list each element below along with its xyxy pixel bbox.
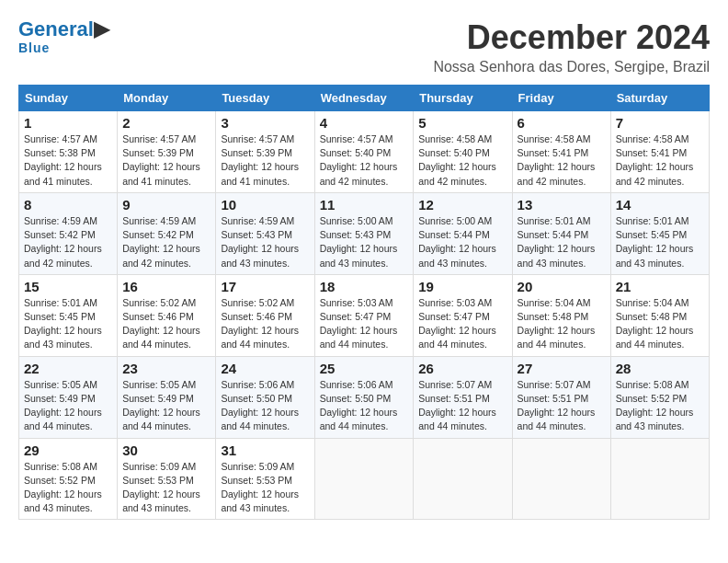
day-info: Sunrise: 4:57 AM Sunset: 5:39 PM Dayligh…	[122, 132, 210, 189]
logo-subtext: Blue	[18, 40, 50, 55]
calendar-cell: 3Sunrise: 4:57 AM Sunset: 5:39 PM Daylig…	[216, 111, 314, 193]
calendar-day-header: Monday	[118, 86, 216, 111]
day-number: 21	[616, 279, 704, 294]
calendar-cell	[610, 438, 709, 520]
calendar-cell: 17Sunrise: 5:02 AM Sunset: 5:46 PM Dayli…	[216, 274, 314, 356]
calendar-cell: 1Sunrise: 4:57 AM Sunset: 5:38 PM Daylig…	[19, 111, 118, 193]
calendar-day-header: Tuesday	[216, 86, 314, 111]
day-number: 18	[320, 279, 409, 294]
day-number: 13	[518, 197, 606, 213]
day-info: Sunrise: 4:57 AM Sunset: 5:40 PM Dayligh…	[320, 132, 409, 189]
calendar-week-row: 15Sunrise: 5:01 AM Sunset: 5:45 PM Dayli…	[19, 274, 710, 356]
calendar-cell: 31Sunrise: 5:09 AM Sunset: 5:53 PM Dayli…	[216, 438, 314, 520]
calendar-day-header: Saturday	[610, 86, 709, 111]
day-number: 9	[122, 197, 210, 213]
day-number: 31	[221, 442, 309, 458]
calendar-cell: 22Sunrise: 5:05 AM Sunset: 5:49 PM Dayli…	[19, 356, 118, 438]
day-number: 17	[221, 279, 309, 294]
calendar-table: SundayMondayTuesdayWednesdayThursdayFrid…	[18, 85, 710, 520]
day-info: Sunrise: 5:04 AM Sunset: 5:48 PM Dayligh…	[518, 296, 606, 352]
calendar-cell	[512, 438, 610, 520]
calendar-week-row: 29Sunrise: 5:08 AM Sunset: 5:52 PM Dayli…	[19, 438, 710, 520]
day-number: 20	[518, 279, 606, 294]
calendar-cell	[314, 438, 414, 520]
calendar-cell: 9Sunrise: 4:59 AM Sunset: 5:42 PM Daylig…	[118, 192, 216, 274]
day-number: 3	[221, 115, 309, 131]
calendar-cell: 28Sunrise: 5:08 AM Sunset: 5:52 PM Dayli…	[610, 356, 709, 438]
day-number: 29	[24, 442, 112, 458]
day-info: Sunrise: 5:01 AM Sunset: 5:44 PM Dayligh…	[518, 214, 606, 270]
calendar-cell: 16Sunrise: 5:02 AM Sunset: 5:46 PM Dayli…	[118, 274, 216, 356]
day-number: 6	[518, 115, 606, 131]
calendar-week-row: 1Sunrise: 4:57 AM Sunset: 5:38 PM Daylig…	[19, 111, 710, 193]
day-number: 23	[122, 361, 210, 376]
title-block: December 2024 Nossa Senhora das Dores, S…	[433, 18, 710, 75]
day-info: Sunrise: 5:01 AM Sunset: 5:45 PM Dayligh…	[616, 214, 704, 270]
day-number: 5	[418, 115, 506, 131]
calendar-header-row: SundayMondayTuesdayWednesdayThursdayFrid…	[19, 86, 710, 111]
day-info: Sunrise: 5:00 AM Sunset: 5:43 PM Dayligh…	[320, 214, 409, 270]
day-number: 16	[122, 279, 210, 294]
calendar-cell: 19Sunrise: 5:03 AM Sunset: 5:47 PM Dayli…	[414, 274, 512, 356]
calendar-cell: 13Sunrise: 5:01 AM Sunset: 5:44 PM Dayli…	[512, 192, 610, 274]
calendar-cell: 12Sunrise: 5:00 AM Sunset: 5:44 PM Dayli…	[414, 192, 512, 274]
day-info: Sunrise: 5:02 AM Sunset: 5:46 PM Dayligh…	[221, 296, 309, 352]
calendar-cell: 10Sunrise: 4:59 AM Sunset: 5:43 PM Dayli…	[216, 192, 314, 274]
day-number: 19	[418, 279, 506, 294]
day-number: 15	[24, 279, 112, 294]
calendar-cell: 26Sunrise: 5:07 AM Sunset: 5:51 PM Dayli…	[414, 356, 512, 438]
calendar-cell: 21Sunrise: 5:04 AM Sunset: 5:48 PM Dayli…	[610, 274, 709, 356]
calendar-cell: 7Sunrise: 4:58 AM Sunset: 5:41 PM Daylig…	[610, 111, 709, 193]
day-number: 12	[418, 197, 506, 213]
day-number: 4	[320, 115, 409, 131]
day-info: Sunrise: 5:02 AM Sunset: 5:46 PM Dayligh…	[122, 296, 210, 352]
calendar-cell: 2Sunrise: 4:57 AM Sunset: 5:39 PM Daylig…	[118, 111, 216, 193]
day-info: Sunrise: 5:07 AM Sunset: 5:51 PM Dayligh…	[518, 378, 606, 434]
calendar-cell: 18Sunrise: 5:03 AM Sunset: 5:47 PM Dayli…	[314, 274, 414, 356]
calendar-cell: 23Sunrise: 5:05 AM Sunset: 5:49 PM Dayli…	[118, 356, 216, 438]
calendar-day-header: Thursday	[414, 86, 512, 111]
day-number: 14	[616, 197, 704, 213]
day-info: Sunrise: 4:58 AM Sunset: 5:40 PM Dayligh…	[418, 132, 506, 189]
calendar-cell: 15Sunrise: 5:01 AM Sunset: 5:45 PM Dayli…	[19, 274, 118, 356]
calendar-cell: 29Sunrise: 5:08 AM Sunset: 5:52 PM Dayli…	[19, 438, 118, 520]
calendar-cell: 11Sunrise: 5:00 AM Sunset: 5:43 PM Dayli…	[314, 192, 414, 274]
day-number: 10	[221, 197, 309, 213]
day-number: 30	[122, 442, 210, 458]
day-number: 1	[24, 115, 112, 131]
calendar-day-header: Wednesday	[314, 86, 414, 111]
day-info: Sunrise: 5:00 AM Sunset: 5:44 PM Dayligh…	[418, 214, 506, 270]
calendar-cell: 5Sunrise: 4:58 AM Sunset: 5:40 PM Daylig…	[414, 111, 512, 193]
calendar-cell: 25Sunrise: 5:06 AM Sunset: 5:50 PM Dayli…	[314, 356, 414, 438]
day-info: Sunrise: 4:58 AM Sunset: 5:41 PM Dayligh…	[616, 132, 704, 189]
day-info: Sunrise: 4:59 AM Sunset: 5:42 PM Dayligh…	[122, 214, 210, 270]
calendar-cell	[414, 438, 512, 520]
day-info: Sunrise: 5:06 AM Sunset: 5:50 PM Dayligh…	[221, 378, 309, 434]
calendar-cell: 8Sunrise: 4:59 AM Sunset: 5:42 PM Daylig…	[19, 192, 118, 274]
day-info: Sunrise: 4:59 AM Sunset: 5:42 PM Dayligh…	[24, 214, 112, 270]
calendar-week-row: 8Sunrise: 4:59 AM Sunset: 5:42 PM Daylig…	[19, 192, 710, 274]
day-number: 7	[616, 115, 704, 131]
day-info: Sunrise: 4:58 AM Sunset: 5:41 PM Dayligh…	[518, 132, 606, 189]
calendar-day-header: Friday	[512, 86, 610, 111]
day-info: Sunrise: 5:06 AM Sunset: 5:50 PM Dayligh…	[320, 378, 409, 434]
day-info: Sunrise: 5:04 AM Sunset: 5:48 PM Dayligh…	[616, 296, 704, 352]
day-info: Sunrise: 5:03 AM Sunset: 5:47 PM Dayligh…	[418, 296, 506, 352]
day-info: Sunrise: 5:09 AM Sunset: 5:53 PM Dayligh…	[221, 460, 309, 516]
day-info: Sunrise: 4:59 AM Sunset: 5:43 PM Dayligh…	[221, 214, 309, 270]
day-info: Sunrise: 5:05 AM Sunset: 5:49 PM Dayligh…	[24, 378, 112, 434]
calendar-cell: 24Sunrise: 5:06 AM Sunset: 5:50 PM Dayli…	[216, 356, 314, 438]
calendar-cell: 27Sunrise: 5:07 AM Sunset: 5:51 PM Dayli…	[512, 356, 610, 438]
sub-title: Nossa Senhora das Dores, Sergipe, Brazil	[433, 59, 710, 75]
day-info: Sunrise: 4:57 AM Sunset: 5:39 PM Dayligh…	[221, 132, 309, 189]
day-info: Sunrise: 5:08 AM Sunset: 5:52 PM Dayligh…	[24, 460, 112, 516]
page-header: General▶ Blue December 2024 Nossa Senhor…	[18, 18, 710, 75]
day-number: 2	[122, 115, 210, 131]
day-number: 28	[616, 361, 704, 376]
day-info: Sunrise: 5:09 AM Sunset: 5:53 PM Dayligh…	[122, 460, 210, 516]
day-info: Sunrise: 5:03 AM Sunset: 5:47 PM Dayligh…	[320, 296, 409, 352]
calendar-cell: 20Sunrise: 5:04 AM Sunset: 5:48 PM Dayli…	[512, 274, 610, 356]
logo-text: General▶	[18, 18, 109, 40]
main-title: December 2024	[433, 18, 710, 57]
day-number: 22	[24, 361, 112, 376]
